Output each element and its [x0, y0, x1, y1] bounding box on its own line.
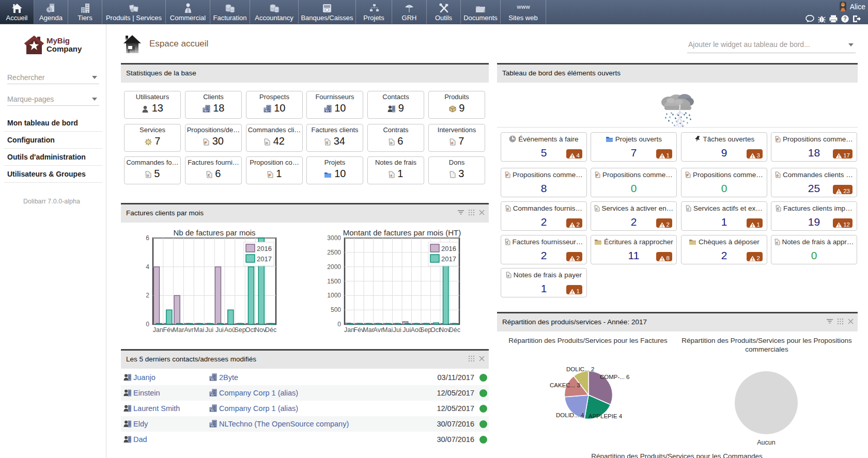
svg-text:CAKEC... 3: CAKEC... 3: [550, 382, 580, 388]
svg-text:Aucun: Aucun: [757, 439, 775, 446]
svg-text:1000: 1000: [327, 292, 341, 299]
svg-text:P: P: [269, 173, 271, 178]
svg-text:o: o: [451, 140, 454, 145]
svg-text:±: ±: [390, 173, 392, 178]
svg-text:Mar: Mar: [173, 326, 184, 334]
svg-text:c: c: [687, 207, 689, 211]
svg-text:4: 4: [146, 263, 149, 271]
svg-text:Jui: Jui: [215, 326, 224, 334]
svg-text:2017: 2017: [441, 255, 456, 263]
svg-text:2016: 2016: [257, 245, 272, 252]
svg-text:c: c: [596, 207, 598, 211]
svg-text:Jui: Jui: [393, 326, 401, 334]
svg-text:o: o: [147, 173, 149, 178]
svg-text:Sep: Sep: [234, 326, 245, 334]
svg-text:APPLEPIE 4: APPLEPIE 4: [588, 413, 623, 419]
svg-text:1500: 1500: [327, 278, 341, 285]
svg-text:±: ±: [776, 241, 778, 244]
svg-text:6: 6: [146, 234, 149, 242]
svg-text:DOLID... 4: DOLID... 4: [556, 412, 584, 418]
svg-text:Avr: Avr: [374, 326, 383, 334]
svg-text:DOLIC... 2: DOLIC... 2: [566, 366, 594, 372]
svg-text:2: 2: [146, 292, 149, 299]
svg-text:WWW: WWW: [517, 5, 530, 10]
svg-text:0: 0: [337, 321, 341, 328]
svg-text:Mai: Mai: [194, 326, 204, 334]
svg-text:Jan: Jan: [344, 326, 354, 334]
svg-text:Oct: Oct: [245, 326, 256, 334]
svg-text:o: o: [507, 207, 509, 211]
svg-text:Avr: Avr: [184, 326, 194, 334]
svg-text:Sep: Sep: [420, 326, 431, 334]
svg-text:Mai: Mai: [382, 326, 393, 334]
svg-text:o: o: [390, 140, 393, 145]
svg-text:Fév: Fév: [163, 326, 174, 334]
svg-text:Déc: Déc: [265, 326, 276, 334]
svg-text:P: P: [506, 173, 509, 177]
svg-text:€: €: [506, 241, 508, 244]
svg-text:COMP-... 6: COMP-... 6: [600, 374, 630, 380]
svg-text:o: o: [777, 173, 779, 177]
svg-text:500: 500: [331, 306, 341, 313]
svg-text:€: €: [208, 173, 210, 178]
svg-text:2000: 2000: [327, 263, 341, 271]
svg-text:P: P: [777, 138, 779, 141]
svg-text:0: 0: [146, 321, 149, 328]
svg-text:P: P: [205, 140, 207, 145]
svg-text:3000: 3000: [327, 234, 341, 242]
svg-text:Déc: Déc: [449, 326, 460, 334]
svg-text:?: ?: [843, 15, 846, 22]
svg-text:o: o: [266, 140, 268, 145]
svg-text:±: ±: [507, 274, 509, 277]
svg-text:2017: 2017: [257, 255, 272, 263]
svg-text:P: P: [596, 173, 599, 177]
svg-text:P: P: [687, 173, 689, 177]
svg-text:2016: 2016: [441, 245, 456, 252]
svg-text:Mar: Mar: [363, 326, 374, 334]
svg-text:Jui: Jui: [402, 326, 411, 334]
svg-text:€: €: [326, 140, 328, 145]
svg-text:€: €: [777, 207, 779, 211]
svg-text:2500: 2500: [327, 249, 341, 256]
svg-text:Jan: Jan: [153, 326, 163, 334]
svg-text:Jui: Jui: [205, 326, 213, 334]
